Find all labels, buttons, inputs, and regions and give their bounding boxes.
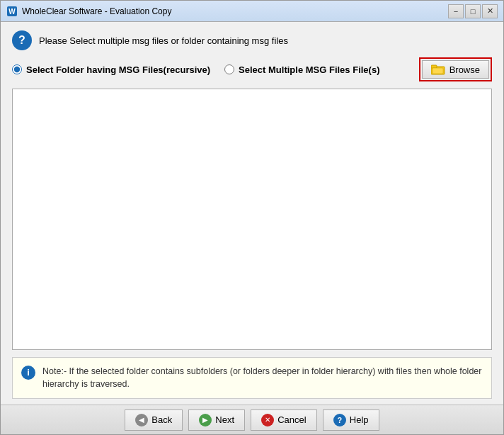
browse-label: Browse <box>449 64 480 75</box>
main-window: W WholeClear Software - Evaluation Copy … <box>0 0 504 435</box>
cancel-button[interactable]: ✕ Cancel <box>251 409 316 431</box>
radio-folder[interactable]: Select Folder having MSG Files(recursive… <box>12 64 210 75</box>
next-label: Next <box>215 414 234 425</box>
cancel-label: Cancel <box>277 414 306 425</box>
header-row: ? Please Select multiple msg files or fo… <box>12 30 492 50</box>
help-label: Help <box>350 414 369 425</box>
radio-files-label: Select Multiple MSG Files File(s) <box>239 64 379 75</box>
radio-folder-input[interactable] <box>12 64 22 74</box>
back-label: Back <box>151 414 172 425</box>
radio-browse-row: Select Folder having MSG Files(recursive… <box>12 57 492 81</box>
maximize-button[interactable]: □ <box>465 4 481 18</box>
note-area: i Note:- If the selected folder contains… <box>12 357 492 400</box>
bottom-bar: ◀ Back ▶ Next ✕ Cancel ? Help <box>1 405 503 434</box>
question-icon: ? <box>12 30 32 50</box>
content-area: ? Please Select multiple msg files or fo… <box>1 22 503 405</box>
help-icon: ? <box>333 414 346 426</box>
question-mark: ? <box>18 34 25 47</box>
next-icon: ▶ <box>199 414 212 426</box>
close-button[interactable]: ✕ <box>482 4 498 18</box>
radio-files[interactable]: Select Multiple MSG Files File(s) <box>224 64 379 75</box>
title-bar: W WholeClear Software - Evaluation Copy … <box>1 1 503 22</box>
title-buttons: − □ ✕ <box>448 4 498 18</box>
radio-group: Select Folder having MSG Files(recursive… <box>12 64 412 75</box>
folder-icon <box>431 64 445 75</box>
next-button[interactable]: ▶ Next <box>188 409 245 431</box>
header-text: Please Select multiple msg files or fold… <box>39 35 288 46</box>
app-icon: W <box>6 6 18 17</box>
note-text: Note:- If the selected folder contains s… <box>42 365 483 392</box>
svg-text:W: W <box>8 8 16 16</box>
browse-button[interactable]: Browse <box>422 60 489 79</box>
minimize-button[interactable]: − <box>448 4 464 18</box>
svg-rect-3 <box>431 65 437 68</box>
file-list-area[interactable] <box>12 89 492 350</box>
info-icon: i <box>21 366 35 380</box>
help-button[interactable]: ? Help <box>323 409 379 431</box>
svg-rect-4 <box>433 68 443 74</box>
radio-folder-label: Select Folder having MSG Files(recursive… <box>26 64 210 75</box>
back-button[interactable]: ◀ Back <box>125 409 183 431</box>
cancel-icon: ✕ <box>261 414 274 426</box>
radio-files-input[interactable] <box>224 64 234 74</box>
browse-button-wrapper: Browse <box>419 57 492 81</box>
window-title: WholeClear Software - Evaluation Copy <box>22 6 448 16</box>
back-icon: ◀ <box>135 414 148 426</box>
